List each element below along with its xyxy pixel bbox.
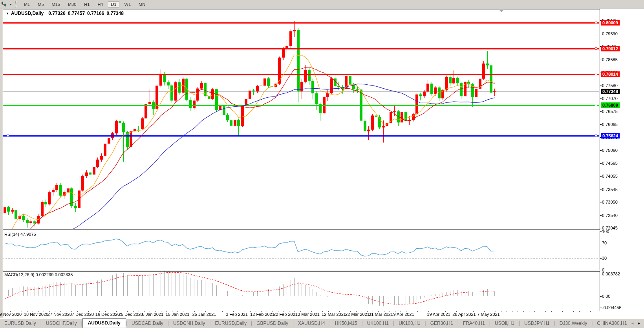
- symbol-tabs: EURUSD,Daily|USDCHF,Daily|AUDUSD,Daily|U…: [0, 318, 629, 328]
- timeframe-button-h1[interactable]: H1: [81, 1, 92, 7]
- timeframe-button-m5[interactable]: M5: [35, 1, 46, 7]
- symbol-tab-gbpusd[interactable]: GBPUSD,Daily: [252, 319, 293, 328]
- timeframe-toolbar: ▼ M1M5M15M30H1H4D1W1MN: [0, 0, 644, 9]
- candlestick-chart-icon: [1, 2, 7, 7]
- chart-type-dropdown-icon[interactable]: ▼: [9, 3, 12, 6]
- symbol-tab-dj30[interactable]: DJ30,Weekly: [555, 319, 591, 328]
- symbol-tab-usdcad[interactable]: USDCAD,Daily: [127, 319, 168, 328]
- toolbar-grip: [15, 1, 17, 7]
- timeframe-buttons: M1M5M15M30H1H4D1W1MN: [20, 1, 149, 7]
- symbol-tab-hk50[interactable]: HK50,M15: [331, 319, 362, 328]
- symbol-tab-china300[interactable]: CHINA300,H1: [593, 319, 629, 328]
- timeframe-button-d1[interactable]: D1: [108, 1, 119, 7]
- symbol-tab-usdchf[interactable]: USDCHF,Daily: [42, 319, 81, 328]
- symbol-tab-uk100[interactable]: UK100,H1: [363, 319, 393, 328]
- symbol-tab-ger30[interactable]: GER30,H1: [426, 319, 457, 328]
- tab-scroll-right-icon[interactable]: ►: [637, 321, 641, 325]
- symbol-tab-audusd-active[interactable]: AUDUSD,Daily: [82, 318, 126, 328]
- timeframe-button-mn[interactable]: MN: [136, 1, 148, 7]
- trading-terminal-window: ▼ M1M5M15M30H1H4D1W1MN ▼AUDUSD,Daily0.77…: [0, 0, 644, 328]
- symbol-tab-usoil[interactable]: USOil,H1: [490, 319, 519, 328]
- timeframe-button-m15[interactable]: M15: [49, 1, 63, 7]
- symbol-tabbar: EURUSD,Daily|USDCHF,Daily|AUDUSD,Daily|U…: [0, 318, 644, 328]
- timeframe-button-w1[interactable]: W1: [122, 1, 134, 7]
- symbol-tab-xauusd[interactable]: XAUUSD,H4: [294, 319, 329, 328]
- timeframe-button-m1[interactable]: M1: [21, 1, 33, 7]
- tab-scroll-left-icon[interactable]: ◄: [631, 321, 634, 325]
- symbol-tab-fra40[interactable]: FRA40,H1: [459, 319, 489, 328]
- chart-canvas[interactable]: [0, 0, 644, 328]
- chart-type-button[interactable]: [0, 2, 8, 7]
- tab-scroll-arrows: ◄ ►: [629, 321, 644, 325]
- symbol-tab-uk100[interactable]: UK100,H1: [394, 319, 424, 328]
- symbol-tab-eurusd[interactable]: EURUSD,Daily: [0, 319, 40, 328]
- timeframe-button-m30[interactable]: M30: [65, 1, 79, 7]
- timeframe-button-h4[interactable]: H4: [95, 1, 106, 7]
- symbol-tab-eurusd[interactable]: EURUSD,Daily: [210, 319, 251, 328]
- symbol-tab-usdcnh[interactable]: USDCNH,Daily: [169, 319, 209, 328]
- symbol-tab-usdjpy[interactable]: USDJPY,H1: [520, 319, 554, 328]
